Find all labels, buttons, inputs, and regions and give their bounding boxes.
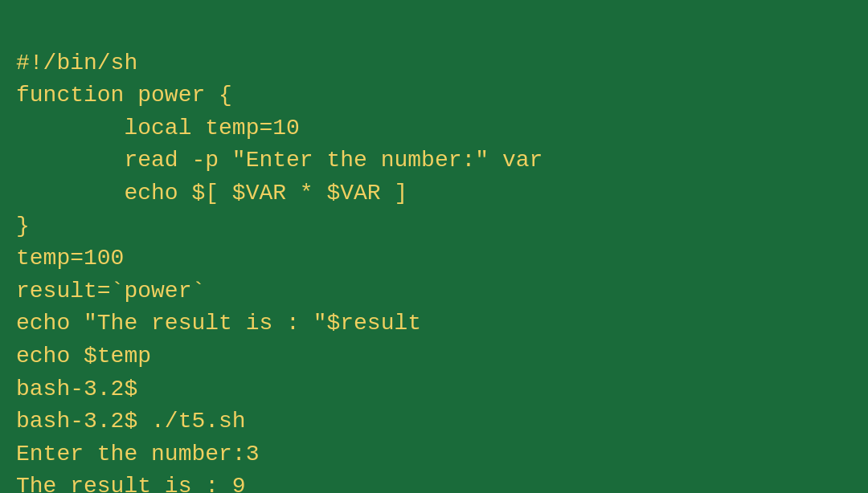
code-line: bash-3.2$: [16, 373, 852, 406]
code-line: read -p "Enter the number:" var: [16, 145, 852, 177]
code-line: echo "The result is : "$result: [16, 308, 852, 340]
code-line: }: [16, 210, 852, 243]
code-line: function power {: [16, 79, 852, 112]
code-line: #!/bin/sh: [16, 47, 852, 80]
code-line: local temp=10: [16, 112, 852, 145]
code-line: The result is : 9: [16, 471, 852, 493]
code-line: echo $[ $VAR * $VAR ]: [16, 177, 852, 210]
code-line: Enter the number:3: [16, 438, 852, 471]
terminal-output: #!/bin/shfunction power { local temp=10 …: [16, 14, 852, 493]
code-line: result=`power`: [16, 275, 852, 308]
code-line: bash-3.2$ ./t5.sh: [16, 405, 852, 438]
code-line: temp=100: [16, 242, 852, 275]
code-line: echo $temp: [16, 340, 852, 373]
